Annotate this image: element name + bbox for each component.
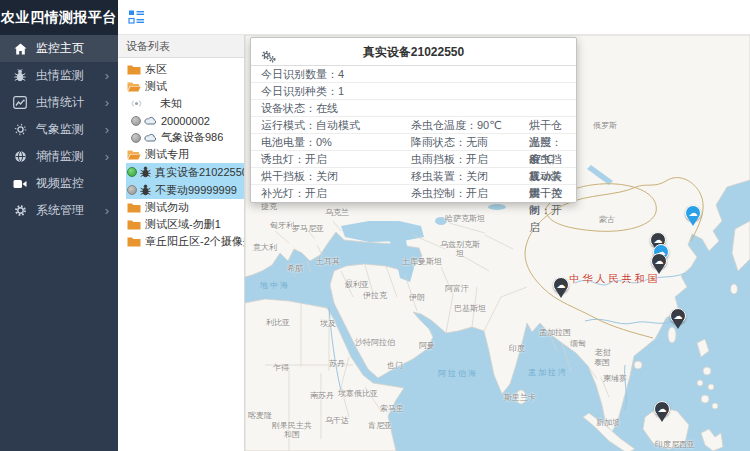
device-info-popup: 真实设备21022550 今日识别数量：4 今日识别种类：1 设备状态：在线 运…	[250, 37, 577, 203]
popup-detail-row: 补光灯：开启杀虫控制：开启烘干控制：开启	[251, 185, 576, 202]
chevron-right-icon: ›	[105, 69, 109, 82]
device-list-header: 设备列表	[118, 35, 244, 58]
sidebar-item-weather-monitor[interactable]: 气象监测 ›	[0, 116, 118, 143]
folder-icon	[127, 202, 141, 213]
chevron-right-icon: ›	[105, 96, 109, 109]
layout-list-icon[interactable]	[128, 9, 145, 25]
popup-header: 真实设备21022550	[251, 38, 576, 66]
popup-summary-row: 设备状态：在线	[251, 100, 576, 117]
sidebar: 监控主页 虫情监测 › 虫情统计 › 气象监测	[0, 35, 118, 451]
chart-icon	[13, 96, 27, 110]
bug-icon	[140, 184, 151, 196]
sun-icon	[13, 123, 27, 137]
device-marker[interactable]: ☁	[654, 401, 670, 417]
popup-title: 真实设备21022550	[363, 45, 464, 59]
sidebar-item-label: 墒情监测	[36, 148, 84, 165]
sidebar-item-home[interactable]: 监控主页	[0, 35, 118, 62]
map-canvas[interactable]: 俄罗斯蒙古中华人民共和国捷克乌克兰匈牙利罗马尼亚意大利希腊土耳其哈萨克斯坦乌兹别…	[245, 35, 750, 451]
tree-folder-ceshizhuanyong[interactable]: 测试专用	[118, 146, 244, 163]
sidebar-item-label: 虫情监测	[36, 67, 84, 84]
cloud-icon: ☁	[557, 281, 566, 290]
sidebar-item-insect-stats[interactable]: 虫情统计 ›	[0, 89, 118, 116]
bug-icon	[13, 69, 27, 83]
tree-device-unknown[interactable]: 未知	[118, 95, 244, 112]
bug-icon	[140, 166, 151, 178]
video-camera-icon	[13, 177, 27, 191]
status-offline-dot	[131, 116, 141, 126]
folder-icon	[127, 236, 141, 247]
cloud-icon: ☁	[658, 405, 667, 414]
chevron-right-icon: ›	[105, 204, 109, 217]
cogs-icon[interactable]	[261, 45, 276, 73]
antenna-icon	[131, 98, 142, 109]
sidebar-item-soil-monitor[interactable]: 墒情监测 ›	[0, 143, 118, 170]
gear-icon	[13, 204, 27, 218]
chevron-right-icon: ›	[105, 150, 109, 163]
folder-icon	[127, 64, 141, 75]
popup-detail-row: 电池电量：0%降雨状态：无雨光照度：1Lux	[251, 134, 576, 151]
popup-detail-row: 运行模式：自动模式杀虫仓温度：90℃烘干仓温度：87℃	[251, 117, 576, 134]
device-marker[interactable]: ☁	[553, 277, 569, 293]
tree-folder-quyu-wushan1[interactable]: 测试区域-勿删1	[118, 216, 244, 233]
tree-device-real21022550[interactable]: 真实设备21022550	[126, 163, 244, 181]
sidebar-item-label: 系统管理	[36, 202, 84, 219]
tree-device-20000002[interactable]: 20000002	[118, 112, 244, 129]
popup-summary-row: 今日识别数量：4	[251, 66, 576, 83]
cloud-icon: ☁	[655, 257, 664, 266]
tree-folder-zhangqiu[interactable]: 章丘阳丘区-2个摄像头	[118, 233, 244, 250]
device-marker[interactable]: ☁	[670, 308, 686, 324]
cloud-icon: ☁	[689, 209, 698, 218]
popup-detail-row: 烘干挡板：关闭移虫装置：关闭震动装置：关闭	[251, 168, 576, 185]
tree-folder-ceshiwudong[interactable]: 测试勿动	[118, 199, 244, 216]
folder-icon	[127, 219, 141, 230]
sidebar-item-label: 气象监测	[36, 121, 84, 138]
sidebar-item-video-monitor[interactable]: 视频监控	[0, 170, 118, 197]
status-online-dot	[127, 167, 137, 177]
popup-detail-row: 诱虫灯：开启虫雨挡板：开启杀虫挡板：关闭	[251, 151, 576, 168]
app-title: 农业四情测报平台	[0, 0, 118, 35]
globe-icon	[13, 150, 27, 164]
sidebar-item-label: 视频监控	[36, 175, 84, 192]
status-offline-dot	[127, 185, 137, 195]
cloud-icon	[144, 116, 157, 125]
device-list-panel: 设备列表 东区 测试 未知	[118, 35, 245, 451]
chevron-right-icon: ›	[105, 123, 109, 136]
popup-summary-row: 今日识别种类：1	[251, 83, 576, 100]
tree-device-weather986[interactable]: 气象设备986	[118, 129, 244, 146]
app-window: 农业四情测报平台 监控主页	[0, 0, 750, 451]
tree-folder-dongqu[interactable]: 东区	[118, 61, 244, 78]
sidebar-item-label: 虫情统计	[36, 94, 84, 111]
sidebar-item-system-settings[interactable]: 系统管理 ›	[0, 197, 118, 224]
device-tree: 东区 测试 未知 20000002	[118, 58, 244, 250]
sidebar-item-insect-monitor[interactable]: 虫情监测 ›	[0, 62, 118, 89]
device-marker[interactable]: ☁	[685, 205, 701, 221]
folder-open-icon	[127, 81, 141, 92]
cloud-icon	[144, 133, 157, 142]
sidebar-item-label: 监控主页	[36, 40, 84, 57]
tree-device-donttouch[interactable]: 不要动99999999	[126, 181, 244, 199]
home-icon	[13, 42, 27, 56]
cloud-icon: ☁	[674, 312, 683, 321]
status-offline-dot	[131, 133, 141, 143]
tree-folder-ceshi[interactable]: 测试	[118, 78, 244, 95]
folder-open-icon	[127, 149, 141, 160]
topbar	[118, 0, 750, 35]
device-marker[interactable]: ☁	[651, 253, 667, 269]
